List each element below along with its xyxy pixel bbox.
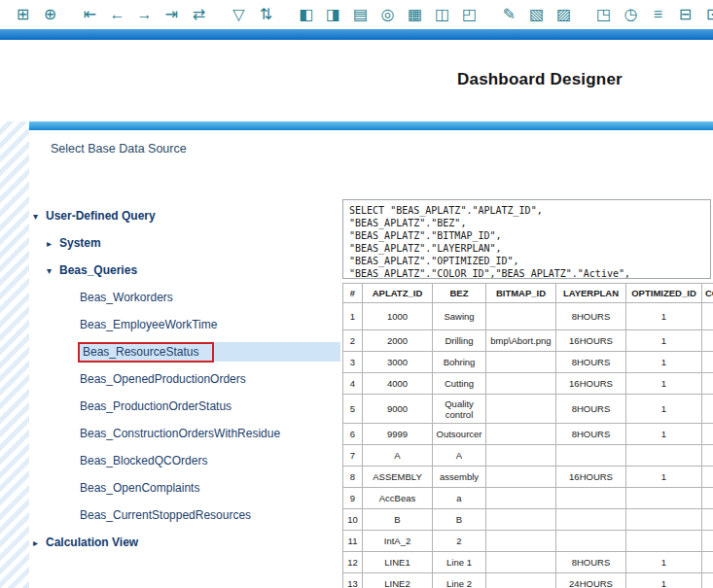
report-icon[interactable]: ▤ — [349, 3, 372, 25]
table-icon[interactable]: ▦ — [404, 3, 426, 25]
table-cell: Line 1 — [433, 552, 486, 573]
table-cell: 1 — [626, 395, 702, 424]
chevron-down-icon[interactable]: ▾ — [33, 211, 46, 222]
tree-item-label: Beas_Workorders — [80, 291, 173, 304]
table-cell: 4 — [343, 373, 363, 395]
next-window-icon[interactable]: ◨ — [322, 3, 344, 25]
tree-item[interactable]: ▾User-Defined Query — [33, 202, 340, 229]
sql-preview[interactable]: SELECT "BEAS_APLATZ"."APLATZ_ID","BEAS_A… — [342, 199, 711, 279]
table-cell — [556, 445, 626, 467]
table-cell: 1 — [626, 467, 702, 488]
column-header: CO — [702, 284, 713, 303]
tree-item[interactable]: Beas_ProductionOrderStatus — [33, 393, 340, 420]
table-cell: 2 — [343, 330, 363, 352]
tree-item[interactable]: Beas_CurrentStoppedResources — [33, 502, 340, 529]
table-cell: A — [433, 445, 486, 467]
edit-pencil-icon[interactable]: ✎ — [498, 3, 520, 25]
link-icon[interactable]: ◎ — [376, 3, 399, 25]
table-row[interactable]: 11IntA_22 — [343, 531, 713, 552]
tree-item[interactable]: Beas_OpenComplaints — [33, 474, 340, 502]
table-cell — [626, 488, 702, 509]
table-row[interactable]: 12LINE1Line 18HOURS1 — [343, 552, 713, 573]
table-row[interactable]: 22000Drillingbmp\Abort.png16HOURS1 — [343, 330, 713, 352]
last-record-icon[interactable]: ⇥ — [160, 3, 183, 25]
sql-line: "BEAS_APLATZ"."COLOR_ID","BEAS_APLATZ"."… — [349, 267, 704, 279]
sort-icon[interactable]: ⇅ — [255, 3, 277, 25]
chevron-down-icon[interactable]: ▾ — [47, 265, 59, 276]
chevron-right-icon[interactable]: ▸ — [47, 238, 59, 249]
table-cell — [626, 445, 702, 467]
table-cell: 5 — [343, 395, 363, 424]
tree-item[interactable]: ▸Calculation View — [33, 529, 340, 556]
schedule-document-icon[interactable]: ◷ — [620, 3, 642, 25]
form-design-icon[interactable]: ▨ — [553, 3, 575, 25]
refresh-icon[interactable]: ⇄ — [188, 3, 210, 25]
table-row[interactable]: 69999Outsourcer8HOURS1 — [343, 424, 713, 445]
tree-item[interactable]: ▸System — [33, 229, 340, 257]
table-row[interactable]: 44000Cutting16HOURS1 — [343, 373, 713, 395]
add-form-icon[interactable]: ⊕ — [39, 3, 61, 25]
table-row[interactable]: 9AccBeasa — [343, 488, 713, 509]
table-cell: Outsourcer — [433, 424, 486, 445]
table-cell: 6 — [343, 424, 363, 445]
table-cell — [702, 445, 713, 467]
previous-record-icon[interactable]: ← — [106, 3, 128, 25]
tree-item[interactable]: Beas_OpenedProductionOrders — [33, 365, 340, 393]
table-cell: LINE2 — [363, 573, 433, 588]
table-cell — [626, 509, 702, 531]
next-record-icon[interactable]: → — [133, 3, 156, 25]
table-cell — [486, 509, 556, 531]
column-header: APLATZ_ID — [363, 284, 433, 303]
table-cell: ASSEMBLY — [363, 467, 433, 488]
toolbar: ⊞⊕⇤←→⇥⇄▽⇅◧◨▤◎▦◫◰✎▧▨◳◷≡⊟⊡ — [0, 0, 713, 28]
table-cell: 8HOURS — [556, 395, 626, 424]
previous-window-icon[interactable]: ◧ — [295, 3, 317, 25]
table-cell — [702, 573, 713, 588]
table-cell — [486, 488, 556, 509]
book-icon[interactable]: ◫ — [431, 3, 453, 25]
table-row[interactable]: 8ASSEMBLYassembly16HOURS1 — [343, 467, 713, 488]
table-row[interactable]: 59000Quality control8HOURS1 — [343, 395, 713, 424]
tree-item[interactable]: ▾Beas_Queries — [33, 257, 340, 284]
column-header: OPTIMIZED_ID — [626, 284, 702, 303]
table-row[interactable]: 33000Bohring8HOURS1 — [343, 352, 713, 373]
table-cell: 12 — [343, 552, 363, 573]
table-cell — [486, 352, 556, 373]
table-cell — [486, 573, 556, 588]
sql-line: "BEAS_APLATZ"."OPTIMIZED_ID", — [349, 255, 704, 267]
filter-icon[interactable]: ▽ — [228, 3, 250, 25]
table-row[interactable]: 10BB — [343, 509, 713, 531]
org-chart-icon[interactable]: ⊟ — [674, 3, 696, 25]
tree-item-body: Calculation View — [46, 533, 340, 552]
data-source-tree: ▾User-Defined Query▸System▾Beas_QueriesB… — [33, 202, 340, 556]
table-cell: 1 — [626, 352, 702, 373]
tree-item[interactable]: Beas_EmployeeWorkTime — [33, 311, 340, 338]
table-row[interactable]: 11000Sawing8HOURS1 — [343, 303, 713, 330]
table-cell: Bohring — [433, 352, 486, 373]
tree-item[interactable]: Beas_ResourceStatus — [33, 338, 340, 365]
tree-item[interactable]: Beas_BlockedQCOrders — [33, 447, 340, 474]
table-cell — [702, 467, 713, 488]
table-cell: 2 — [433, 531, 486, 552]
document-search-icon[interactable]: ◰ — [458, 3, 481, 25]
table-cell: 1 — [626, 552, 702, 573]
calculator-icon[interactable]: ⊡ — [701, 3, 713, 25]
table-cell: Sawing — [433, 303, 486, 330]
table-row[interactable]: 7AA — [343, 445, 713, 467]
tree-item[interactable]: Beas_ConstructionOrdersWithResidue — [33, 420, 340, 447]
table-cell — [702, 352, 713, 373]
table-cell: Quality control — [433, 395, 486, 424]
table-cell: 16HOURS — [556, 467, 626, 488]
list-icon[interactable]: ≡ — [647, 3, 669, 25]
table-cell: 1000 — [363, 303, 433, 330]
form-edit-icon[interactable]: ▧ — [525, 3, 548, 25]
table-cell: assembly — [433, 467, 486, 488]
table-cell — [486, 395, 556, 424]
first-record-icon[interactable]: ⇤ — [79, 3, 101, 25]
export-document-icon[interactable]: ◳ — [592, 3, 615, 25]
table-row[interactable]: 13LINE2Line 224HOURS1 — [343, 573, 713, 588]
tree-item[interactable]: Beas_Workorders — [33, 284, 340, 311]
form-grid-icon[interactable]: ⊞ — [12, 3, 34, 25]
table-cell — [486, 552, 556, 573]
chevron-right-icon[interactable]: ▸ — [33, 537, 46, 548]
